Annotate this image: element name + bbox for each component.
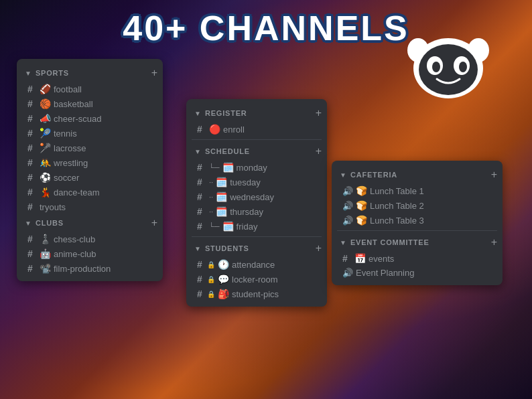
schedule-label: SCHEDULE [205, 147, 250, 155]
register-section-header[interactable]: ▼ REGISTER + [186, 104, 327, 122]
channel-dance[interactable]: # 💃 dance-team [17, 185, 163, 200]
locked-hash: # 🔒 [197, 259, 215, 270]
channel-wednesday[interactable]: # ·· 🗓️ wednesday [186, 189, 327, 204]
register-caret: ▼ [194, 110, 201, 117]
channel-film[interactable]: # 📽️ film-production [17, 261, 163, 276]
register-add[interactable]: + [316, 107, 322, 119]
schedule-caret: ▼ [194, 148, 201, 155]
soccer-name: soccer [54, 173, 79, 183]
chess-emoji: ♟️ [40, 234, 51, 244]
film-name: film-production [54, 264, 111, 274]
channel-wrestling[interactable]: # 🤼 wrestling [17, 155, 163, 170]
cafeteria-label: CAFETERIA [350, 171, 397, 179]
hash-icon: # [27, 113, 37, 124]
attendance-name: attendance [232, 260, 275, 270]
hash-icon: # [27, 143, 37, 153]
panel-register-schedule: ▼ REGISTER + # 🔴 enroll ▼ SCHEDULE + # └… [186, 99, 327, 307]
enroll-name: enroll [223, 125, 245, 135]
hash-icon: # [197, 162, 206, 173]
channel-student-pics[interactable]: # 🔒 🎒 student-pics [186, 287, 327, 301]
channel-events[interactable]: # 📅 events [332, 251, 503, 266]
students-label: STUDENTS [205, 244, 249, 252]
channel-tuesday[interactable]: # ·· 🗓️ tuesday [186, 175, 327, 189]
sports-add[interactable]: + [151, 67, 157, 79]
dance-emoji: 💃 [40, 187, 51, 197]
clubs-section-header[interactable]: ▼ CLUBS + [17, 214, 163, 232]
svg-point-6 [432, 62, 440, 72]
football-emoji: 🏈 [40, 84, 51, 94]
channel-locker[interactable]: # 🔒 💬 locker-room [186, 272, 327, 287]
channel-basketball[interactable]: # 🏀 basketball [17, 96, 163, 111]
wednesday-name: wednesday [230, 192, 274, 202]
voice-lunch-table-2[interactable]: 🔊 🍞 Lunch Table 2 [332, 198, 503, 213]
hash-icon: # [27, 128, 37, 139]
hash-icon: # [27, 202, 37, 212]
channel-lacrosse[interactable]: # 🥍 lacrosse [17, 141, 163, 155]
event-committee-section-header[interactable]: ▼ EVENT COMMITTEE + [332, 234, 503, 251]
cheer-name: cheer-scuad [54, 114, 102, 124]
cafeteria-add[interactable]: + [491, 169, 497, 181]
hash-icon: # [27, 157, 37, 168]
lunch-table-1-name: Lunch Table 1 [370, 186, 424, 196]
anime-name: anime-club [54, 249, 96, 259]
channel-chess[interactable]: # ♟️ chess-club [17, 232, 163, 246]
lacrosse-emoji: 🥍 [40, 143, 51, 153]
sports-section-header[interactable]: ▼ SPORTS + [17, 64, 163, 82]
chess-name: chess-club [54, 234, 95, 244]
lunch-table-2-name: Lunch Table 2 [370, 201, 424, 211]
thursday-emoji: 🗓️ [216, 206, 227, 217]
locker-name: locker-room [232, 274, 278, 285]
event-label: EVENT COMMITTEE [350, 238, 429, 246]
cafeteria-section-header[interactable]: ▼ CAFETERIA + [332, 166, 503, 183]
event-planning-name: Event Planning [356, 268, 414, 278]
hash-icon: # [197, 177, 206, 187]
basketball-emoji: 🏀 [40, 98, 51, 109]
tuesday-emoji: 🗓️ [216, 177, 227, 187]
hash-icon: # [197, 206, 206, 217]
dance-name: dance-team [54, 187, 100, 197]
wrestling-name: wrestling [54, 158, 88, 168]
divider [192, 236, 322, 237]
monday-name: monday [237, 163, 267, 173]
channel-soccer[interactable]: # ⚽ soccer [17, 170, 163, 185]
tryouts-name: tryouts [40, 202, 66, 212]
channel-football[interactable]: # 🏈 football [17, 82, 163, 96]
channel-attendance[interactable]: # 🔒 🕐 attendance [186, 257, 327, 272]
event-add[interactable]: + [491, 236, 497, 248]
panel-sports-clubs: ▼ SPORTS + # 🏈 football # 🏀 basketball #… [17, 59, 163, 281]
lunch2-emoji: 🍞 [356, 200, 367, 211]
tennis-emoji: 🎾 [40, 128, 51, 139]
speaker-icon: 🔊 [342, 186, 353, 196]
channel-thursday[interactable]: # ·· 🗓️ thursday [186, 204, 327, 219]
voice-lunch-table-1[interactable]: 🔊 🍞 Lunch Table 1 [332, 183, 503, 198]
basketball-name: basketball [54, 99, 93, 109]
football-name: football [54, 84, 82, 94]
voice-event-planning[interactable]: 🔊 Event Planning [332, 266, 503, 280]
hash-icon: # [27, 172, 37, 183]
voice-lunch-table-3[interactable]: 🔊 🍞 Lunch Table 3 [332, 213, 503, 228]
channel-tennis[interactable]: # 🎾 tennis [17, 126, 163, 141]
pics-emoji: 🎒 [218, 289, 229, 299]
thursday-prefix: ·· [209, 208, 213, 216]
students-section-header[interactable]: ▼ STUDENTS + [186, 240, 327, 257]
hash-icon: # [27, 263, 37, 274]
monday-emoji: 🗓️ [222, 162, 234, 173]
hash-icon: # [27, 187, 37, 197]
enroll-emoji: 🔴 [209, 124, 220, 135]
tennis-name: tennis [54, 129, 77, 139]
channel-enroll[interactable]: # 🔴 enroll [186, 122, 327, 137]
lunch-table-3-name: Lunch Table 3 [370, 216, 424, 226]
clubs-add[interactable]: + [151, 217, 157, 229]
channel-cheer[interactable]: # 📣 cheer-scuad [17, 111, 163, 126]
channel-monday[interactable]: # └─ 🗓️ monday [186, 160, 327, 175]
sports-caret: ▼ [25, 70, 31, 77]
students-add[interactable]: + [316, 242, 322, 254]
channel-tryouts[interactable]: # tryouts [17, 200, 163, 214]
wednesday-prefix: ·· [209, 193, 213, 201]
cheer-emoji: 📣 [40, 113, 51, 124]
channel-friday[interactable]: # └─ 🗓️ friday [186, 219, 327, 234]
friday-emoji: 🗓️ [222, 221, 234, 232]
schedule-add[interactable]: + [316, 145, 322, 157]
schedule-section-header[interactable]: ▼ SCHEDULE + [186, 143, 327, 160]
channel-anime[interactable]: # 🤖 anime-club [17, 246, 163, 261]
